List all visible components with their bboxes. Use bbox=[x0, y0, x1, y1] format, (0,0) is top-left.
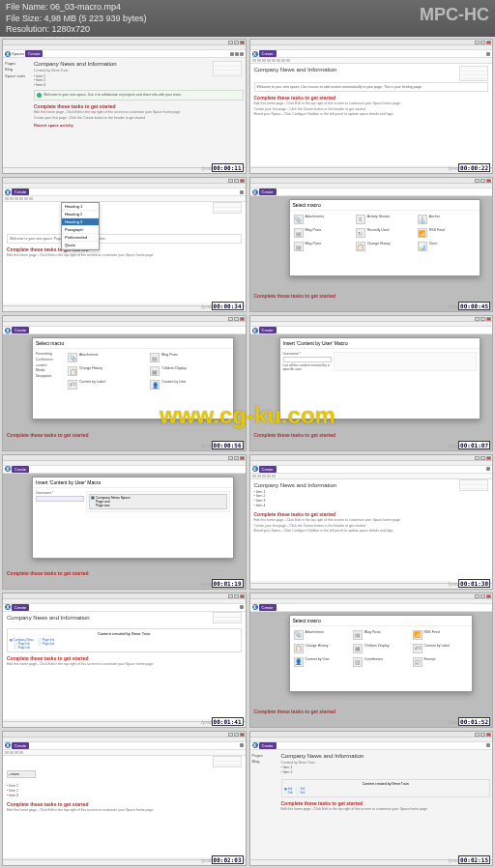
macro-placeholder[interactable]: ≡ macro bbox=[7, 770, 36, 778]
gear-icon[interactable] bbox=[235, 52, 239, 56]
bold-icon[interactable] bbox=[252, 59, 256, 62]
macro-dialog[interactable]: Select macro 📎Attachments ▤Blog Posts 📶R… bbox=[289, 615, 474, 692]
thumbnail-1[interactable]: X Spaces Create Pages Blog Space tools C… bbox=[2, 39, 247, 174]
rss-icon: 📶 bbox=[418, 228, 427, 238]
insert-macro-dialog[interactable]: Insert 'Content by User' Macro Username … bbox=[279, 337, 481, 420]
info-header: File Name: 06_03-macro.mp4 File Size: 4,… bbox=[0, 0, 495, 37]
macro-option[interactable]: ⚓Anchor bbox=[417, 214, 477, 225]
underline-icon[interactable] bbox=[262, 59, 266, 62]
content-by-user-box: Content created by Gene Train ▦ Company … bbox=[7, 628, 242, 652]
recent-icon: ↻ bbox=[356, 228, 365, 238]
thumbnail-9[interactable]: XCreate Company News and Information Con… bbox=[2, 593, 247, 728]
thumbnail-2[interactable]: X Create Company News and Information We… bbox=[249, 39, 494, 174]
macro-option[interactable]: ↻Recently Used bbox=[355, 227, 415, 239]
username-input[interactable] bbox=[283, 357, 332, 362]
create-button[interactable]: Create bbox=[25, 50, 43, 57]
thumbnail-5[interactable]: XCreate Complete these tasks to get star… bbox=[2, 315, 247, 450]
macro-dialog[interactable]: Select macro Formatting Confluence conte… bbox=[32, 337, 234, 420]
dialog-sidebar: Formatting Confluence content Media Navi… bbox=[36, 352, 65, 391]
tasks-heading: Complete these tasks to get started bbox=[34, 103, 244, 109]
info-icon bbox=[37, 93, 42, 98]
thumbnail-12[interactable]: XCreate Pages Blog Company News and Info… bbox=[249, 731, 494, 866]
italic-icon[interactable] bbox=[257, 59, 261, 62]
macro-option[interactable]: ▤Blog Posts bbox=[293, 241, 353, 252]
macro-option[interactable]: 📊Chart bbox=[417, 241, 477, 252]
close-icon[interactable] bbox=[240, 41, 245, 44]
macro-option[interactable]: ▤Blog Posts bbox=[293, 227, 353, 239]
thumbnail-10[interactable]: XCreate Complete these tasks to get star… bbox=[249, 593, 494, 728]
macro-option[interactable]: 📎Attachments bbox=[293, 214, 353, 225]
thumbnail-3[interactable]: XCreate Heading 1 Heading 2 Heading 3 Pa… bbox=[2, 177, 247, 312]
macro-dialog[interactable]: Select macro 📎Attachments ≡Activity Stre… bbox=[289, 199, 481, 276]
thumbnail-6[interactable]: XCreate Complete these tasks to get star… bbox=[249, 315, 494, 450]
app-toolbar: X Spaces Create bbox=[3, 50, 246, 58]
window-titlebar bbox=[3, 40, 246, 45]
close-icon[interactable] bbox=[486, 41, 491, 44]
format-dropdown[interactable]: Heading 1 Heading 2 Heading 3 Paragraph … bbox=[61, 202, 100, 250]
thumbnail-4[interactable]: XCreate Complete these tasks to get star… bbox=[249, 177, 494, 312]
macro-option[interactable]: ≡Activity Stream bbox=[355, 214, 415, 225]
activity-icon: ≡ bbox=[356, 215, 365, 224]
macro-option[interactable]: 📶RSS Feed bbox=[417, 227, 477, 239]
confluence-logo-icon[interactable]: X bbox=[252, 51, 258, 57]
avatar-icon[interactable] bbox=[240, 52, 244, 56]
macro-preview bbox=[334, 352, 478, 371]
timestamp-badge: 00:00:11 bbox=[212, 163, 244, 172]
thumbnail-11[interactable]: XCreate ≡ macro • Item 1• Item 2• Item 3… bbox=[2, 731, 247, 866]
app-logo: MPC-HC bbox=[420, 4, 489, 26]
anchor-icon: ⚓ bbox=[418, 215, 427, 224]
search-icon[interactable] bbox=[230, 52, 234, 56]
blog-icon: ▤ bbox=[294, 228, 304, 238]
macro-option[interactable]: 📋Change History bbox=[355, 241, 415, 252]
create-button[interactable]: Create bbox=[259, 50, 277, 57]
insert-macro-dialog[interactable]: Insert 'Content by User' Macro Username … bbox=[32, 477, 234, 559]
side-panel bbox=[213, 61, 242, 76]
thumbnail-8[interactable]: XCreate Company News and Information • I… bbox=[249, 454, 494, 590]
thumbnail-7[interactable]: XCreate Complete these tasks to get star… bbox=[2, 454, 247, 590]
info-callout: Welcome to your new space. Use it to col… bbox=[34, 90, 244, 101]
left-sidebar: Pages Blog Space tools bbox=[5, 61, 32, 163]
thumbnail-grid: X Spaces Create Pages Blog Space tools C… bbox=[2, 39, 493, 866]
confluence-logo-icon[interactable]: X bbox=[5, 51, 11, 57]
gear-icon[interactable] bbox=[486, 52, 490, 56]
username-input[interactable] bbox=[36, 496, 84, 502]
attachment-icon: 📎 bbox=[294, 215, 304, 224]
